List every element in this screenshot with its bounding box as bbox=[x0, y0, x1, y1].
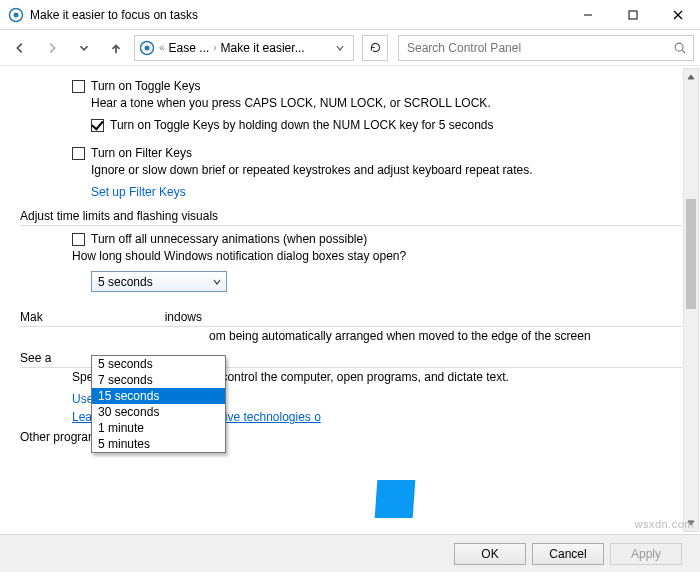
up-button[interactable] bbox=[102, 34, 130, 62]
chevron-down-icon bbox=[209, 274, 224, 289]
setup-filter-keys-link[interactable]: Set up Filter Keys bbox=[91, 185, 682, 199]
toggle-keys-desc: Hear a tone when you press CAPS LOCK, NU… bbox=[91, 96, 682, 110]
close-button[interactable] bbox=[655, 0, 700, 30]
filter-keys-label: Turn on Filter Keys bbox=[91, 146, 192, 160]
dialog-footer: OK Cancel Apply bbox=[0, 534, 700, 572]
crumb-ease[interactable]: Ease ... bbox=[169, 41, 210, 55]
filter-keys-checkbox[interactable] bbox=[72, 147, 85, 160]
option-1-minute[interactable]: 1 minute bbox=[92, 420, 225, 436]
scroll-thumb[interactable] bbox=[686, 199, 696, 309]
svg-marker-11 bbox=[688, 75, 694, 79]
toggle-keys-numlock-label: Turn on Toggle Keys by holding down the … bbox=[110, 118, 494, 132]
nav-bar: « Ease ... › Make it easier... bbox=[0, 30, 700, 66]
combo-value: 5 seconds bbox=[98, 275, 153, 289]
window-title: Make it easier to focus on tasks bbox=[30, 8, 198, 22]
toggle-keys-label: Turn on Toggle Keys bbox=[91, 79, 200, 93]
title-bar: Make it easier to focus on tasks bbox=[0, 0, 700, 30]
filter-keys-desc: Ignore or slow down brief or repeated ke… bbox=[91, 163, 682, 177]
ok-button[interactable]: OK bbox=[454, 543, 526, 565]
cancel-button[interactable]: Cancel bbox=[532, 543, 604, 565]
toggle-keys-numlock-checkbox[interactable] bbox=[91, 119, 104, 132]
search-input[interactable] bbox=[405, 40, 673, 56]
search-box[interactable] bbox=[398, 35, 694, 61]
recent-locations-button[interactable] bbox=[70, 34, 98, 62]
minimize-button[interactable] bbox=[565, 0, 610, 30]
crumb-current[interactable]: Make it easier... bbox=[221, 41, 305, 55]
notification-duration-dropdown[interactable]: 5 seconds 7 seconds 15 seconds 30 second… bbox=[91, 355, 226, 453]
vertical-scrollbar[interactable] bbox=[683, 68, 699, 532]
option-5-minutes[interactable]: 5 minutes bbox=[92, 436, 225, 452]
forward-button[interactable] bbox=[38, 34, 66, 62]
svg-point-1 bbox=[14, 12, 19, 17]
watermark-text: wsxdn.com bbox=[634, 518, 694, 530]
chevron-right-icon: › bbox=[213, 42, 216, 53]
scroll-up-button[interactable] bbox=[684, 69, 698, 85]
notification-duration-combo[interactable]: 5 seconds bbox=[91, 271, 227, 292]
svg-line-10 bbox=[682, 50, 685, 53]
control-panel-icon bbox=[8, 7, 24, 23]
breadcrumb-dropdown[interactable] bbox=[331, 37, 349, 59]
option-30-seconds[interactable]: 30 seconds bbox=[92, 404, 225, 420]
option-15-seconds[interactable]: 15 seconds bbox=[92, 388, 225, 404]
svg-point-9 bbox=[675, 43, 683, 51]
section-time-limits: Adjust time limits and flashing visuals bbox=[20, 209, 682, 226]
windows-mgmt-desc: om being automatically arranged when mov… bbox=[209, 329, 591, 343]
toggle-keys-checkbox[interactable] bbox=[72, 80, 85, 93]
crumb-chevrons: « bbox=[159, 42, 165, 53]
notification-duration-question: How long should Windows notification dia… bbox=[72, 249, 682, 263]
turn-off-animations-checkbox[interactable] bbox=[72, 233, 85, 246]
back-button[interactable] bbox=[6, 34, 34, 62]
turn-off-animations-label: Turn off all unnecessary animations (whe… bbox=[91, 232, 367, 246]
svg-rect-3 bbox=[629, 11, 637, 19]
windows-logo-icon bbox=[375, 480, 416, 518]
search-icon bbox=[673, 41, 687, 55]
svg-point-8 bbox=[145, 45, 150, 50]
option-5-seconds[interactable]: 5 seconds bbox=[92, 356, 225, 372]
section-windows-mgmt: Makindows bbox=[20, 310, 682, 327]
breadcrumb[interactable]: « Ease ... › Make it easier... bbox=[134, 35, 354, 61]
refresh-button[interactable] bbox=[362, 35, 388, 61]
option-7-seconds[interactable]: 7 seconds bbox=[92, 372, 225, 388]
control-panel-icon bbox=[139, 40, 155, 56]
apply-button[interactable]: Apply bbox=[610, 543, 682, 565]
maximize-button[interactable] bbox=[610, 0, 655, 30]
